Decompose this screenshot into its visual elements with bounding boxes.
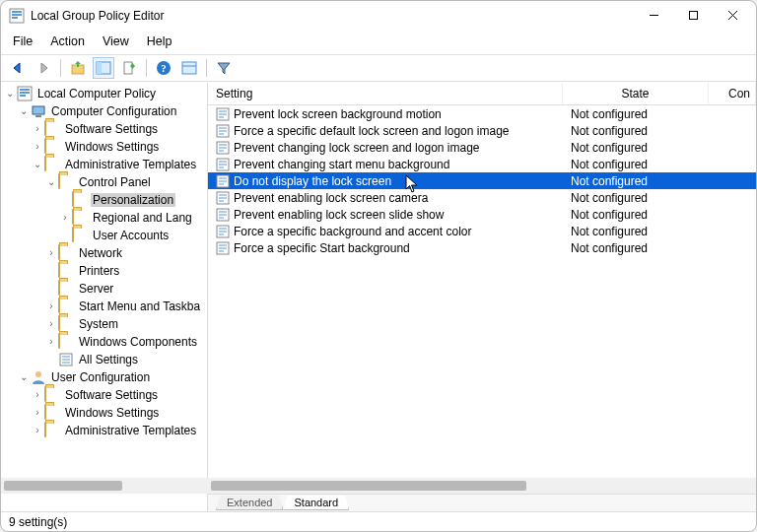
twisty-icon[interactable]: › (44, 301, 58, 311)
tree-node[interactable]: › Windows Settings (1, 138, 207, 156)
app-icon (9, 8, 25, 24)
twisty-icon[interactable]: › (31, 142, 44, 152)
policy-icon (216, 158, 230, 171)
tree-node[interactable]: › Regional and Lang (1, 209, 207, 227)
close-button[interactable] (713, 2, 752, 30)
status-bar: 9 setting(s) (1, 511, 756, 531)
twisty-icon[interactable]: ⌄ (31, 160, 44, 169)
svg-text:?: ? (161, 62, 167, 74)
tree-node-label: Windows Settings (63, 140, 161, 154)
settings-row[interactable]: Prevent enabling lock screen camera Not … (208, 189, 756, 206)
twisty-icon[interactable]: › (31, 408, 44, 418)
settings-row[interactable]: Force a specific background and accent c… (208, 223, 756, 239)
svg-rect-5 (689, 12, 697, 20)
tree-node[interactable]: › Software Settings (1, 120, 207, 138)
tree-node-label: Windows Components (77, 335, 199, 349)
tree-node-label: Control Panel (77, 175, 153, 189)
twisty-icon[interactable]: ⌄ (3, 89, 17, 99)
twisty-icon[interactable]: › (44, 337, 58, 347)
minimize-button[interactable] (634, 2, 673, 30)
tree-node-label: Administrative Templates (63, 424, 198, 437)
up-button[interactable] (67, 57, 89, 79)
tree-node[interactable]: ⌄ User Configuration (1, 368, 207, 386)
column-state[interactable]: State (563, 83, 709, 104)
twisty-icon[interactable]: ⌄ (17, 106, 31, 116)
settings-row[interactable]: Prevent changing lock screen and logon i… (208, 139, 756, 156)
svg-rect-11 (124, 62, 132, 74)
tree-node[interactable]: All Settings (1, 351, 207, 368)
help-button[interactable]: ? (153, 57, 174, 79)
twisty-icon[interactable]: › (31, 124, 44, 134)
setting-name: Prevent changing lock screen and logon i… (234, 141, 480, 155)
twisty-icon[interactable]: › (44, 319, 58, 329)
settings-row[interactable]: Prevent enabling lock screen slide show … (208, 206, 756, 223)
tree-node[interactable]: Printers (1, 262, 207, 280)
setting-state: Not configured (571, 208, 648, 222)
back-button[interactable] (7, 57, 29, 79)
properties-button[interactable] (178, 57, 200, 79)
tree-node[interactable]: › Administrative Templates (1, 422, 207, 439)
settings-row[interactable]: Force a specific default lock screen and… (208, 122, 756, 139)
setting-name: Force a specific background and accent c… (234, 225, 471, 238)
setting-state: Not configured (571, 225, 648, 238)
tree-node-label: System (77, 317, 120, 331)
menu-file[interactable]: File (11, 33, 34, 50)
tree-node-label: Printers (77, 264, 121, 278)
tree-node-label: Personalization (91, 193, 175, 207)
forward-button[interactable] (33, 57, 54, 79)
menu-help[interactable]: Help (145, 33, 174, 50)
tree-horizontal-scrollbar[interactable] (1, 478, 208, 494)
tree-node[interactable]: › Windows Components (1, 333, 207, 351)
tree-node[interactable]: › Windows Settings (1, 404, 207, 422)
twisty-icon[interactable]: › (31, 426, 44, 435)
tree-node[interactable]: Server (1, 280, 207, 298)
menu-action[interactable]: Action (48, 33, 87, 50)
tree-node[interactable]: Personalization (1, 191, 207, 209)
toolbar-separator (60, 59, 61, 77)
tree-node[interactable]: ⌄ Control Panel (1, 173, 207, 191)
tree-node[interactable]: ⌄ Computer Configuration (1, 102, 207, 120)
setting-name: Prevent enabling lock screen camera (234, 191, 428, 205)
settings-row[interactable]: Prevent changing start menu background N… (208, 156, 756, 172)
twisty-icon[interactable]: ⌄ (17, 372, 31, 382)
list-horizontal-scrollbar[interactable] (208, 478, 756, 494)
show-hide-tree-button[interactable] (93, 57, 114, 79)
export-button[interactable] (118, 57, 140, 79)
svg-rect-14 (182, 62, 196, 74)
menu-view[interactable]: View (101, 33, 131, 50)
tab-extended[interactable]: Extended (216, 496, 283, 510)
policy-icon (216, 174, 230, 188)
tree-node-label: Server (77, 282, 115, 296)
tree-root[interactable]: ⌄ Local Computer Policy (1, 85, 207, 102)
column-setting[interactable]: Setting (208, 83, 563, 104)
tree-pane[interactable]: ⌄ Local Computer Policy ⌄ Computer Confi… (1, 83, 208, 511)
tree-node[interactable]: User Accounts (1, 227, 207, 244)
settings-row[interactable]: Prevent lock screen background motion No… (208, 105, 756, 122)
settings-row[interactable]: Force a specific Start background Not co… (208, 239, 756, 256)
setting-name: Force a specific default lock screen and… (234, 124, 510, 138)
tree-node[interactable]: ⌄ Administrative Templates (1, 156, 207, 173)
tree-node-label: Start Menu and Taskba (77, 299, 202, 313)
setting-state: Not configured (571, 241, 648, 255)
tab-standard[interactable]: Standard (283, 496, 349, 510)
filter-button[interactable] (213, 57, 235, 79)
svg-rect-3 (12, 17, 18, 19)
tree-node[interactable]: › System (1, 315, 207, 333)
column-comment[interactable]: Con (709, 83, 756, 104)
settings-row[interactable]: Do not display the lock screen Not confi… (208, 172, 756, 189)
tree-node-label: Local Computer Policy (35, 87, 158, 100)
tree-node[interactable]: › Software Settings (1, 386, 207, 404)
tree-node[interactable]: › Network (1, 244, 207, 262)
setting-state: Not configured (571, 191, 648, 205)
tree-node-label: Windows Settings (63, 406, 161, 420)
twisty-icon[interactable]: ⌄ (44, 177, 58, 187)
tree-node[interactable]: › Start Menu and Taskba (1, 298, 207, 315)
tree-node-label: User Configuration (49, 370, 152, 384)
setting-name: Prevent enabling lock screen slide show (234, 208, 444, 222)
maximize-button[interactable] (673, 2, 713, 30)
twisty-icon[interactable]: › (58, 213, 72, 223)
twisty-icon[interactable]: › (31, 390, 44, 400)
twisty-icon[interactable]: › (44, 248, 58, 258)
settings-rows[interactable]: Prevent lock screen background motion No… (208, 105, 756, 478)
setting-name: Prevent changing start menu background (234, 158, 449, 171)
